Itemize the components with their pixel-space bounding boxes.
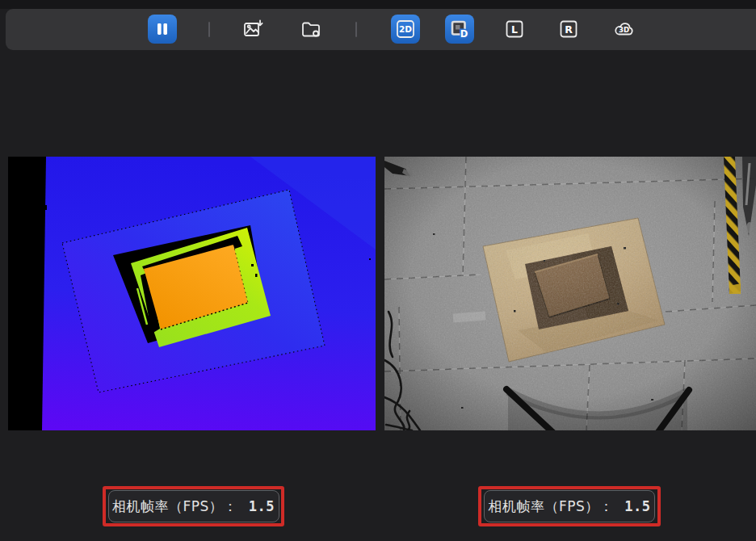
camera-fps-chip-right: 相机帧率（FPS）：1.5 <box>484 490 655 522</box>
toggle-left-view[interactable]: L <box>500 15 529 44</box>
toolbar: 2D D L R 3D <box>6 9 756 50</box>
depth-view-label: D <box>460 28 468 40</box>
open-folder-button[interactable] <box>296 15 326 44</box>
color-2d-image <box>384 157 756 430</box>
left-view-icon: L <box>504 19 525 40</box>
right-view-icon: R <box>558 19 579 40</box>
3d-pointcloud-label: 3D <box>618 26 628 34</box>
vignette <box>384 157 756 430</box>
pause-button[interactable] <box>148 15 177 44</box>
right-view-label: R <box>565 23 573 36</box>
window-top-strip <box>0 0 756 9</box>
save-image-icon <box>242 18 264 40</box>
depth-map-viewport[interactable] <box>8 157 376 430</box>
2d-view-icon: 2D <box>395 19 416 40</box>
open-folder-icon <box>300 18 322 40</box>
camera-fps-value: 1.5 <box>249 498 275 514</box>
depth-scene <box>8 157 376 430</box>
color-2d-viewport[interactable] <box>384 157 756 430</box>
save-image-button[interactable] <box>238 15 267 44</box>
3d-pointcloud-icon: 3D <box>613 19 635 40</box>
left-view-label: L <box>511 23 518 36</box>
toggle-depth-view[interactable]: D <box>445 15 474 44</box>
camera-fps-chip-left: 相机帧率（FPS）：1.5 <box>108 490 279 522</box>
2d-view-label: 2D <box>399 24 412 34</box>
fps-highlight-annotation-left: 相机帧率（FPS）：1.5 <box>103 486 284 526</box>
pause-icon <box>155 22 170 36</box>
toggle-right-view[interactable]: R <box>554 15 583 44</box>
toolbar-divider <box>208 22 210 37</box>
toggle-pointcloud-view[interactable]: 3D <box>609 15 638 44</box>
fps-highlight-annotation-right: 相机帧率（FPS）：1.5 <box>478 486 661 526</box>
depth-view-icon: D <box>449 19 470 40</box>
camera-fps-value: 1.5 <box>624 498 650 514</box>
camera-fps-label: 相机帧率（FPS）： <box>488 497 613 516</box>
depth-map-image <box>8 157 376 430</box>
app-window: 2D D L R 3D <box>0 0 756 541</box>
toggle-2d-view[interactable]: 2D <box>391 15 420 44</box>
camera-fps-label: 相机帧率（FPS）： <box>112 497 237 516</box>
toolbar-divider <box>355 22 357 37</box>
